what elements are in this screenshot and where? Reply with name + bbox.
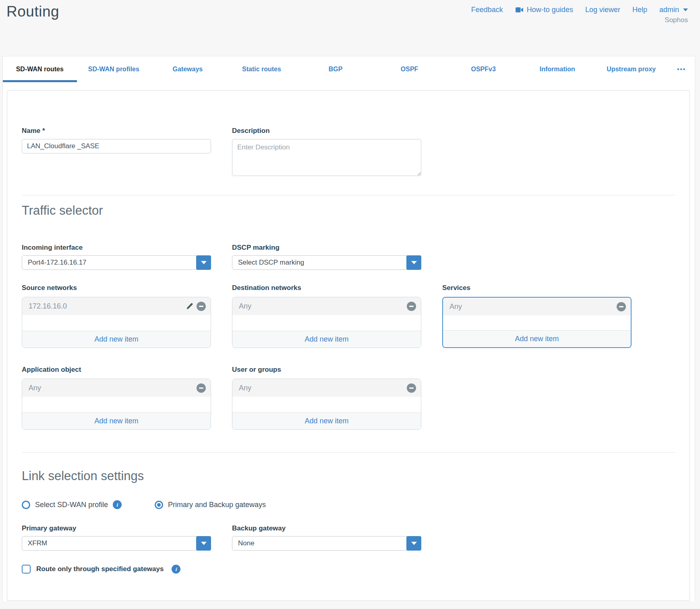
user-or-groups-add-button[interactable]: Add new item: [232, 412, 421, 429]
item-actions: [407, 302, 416, 311]
name-label: Name *: [22, 127, 211, 136]
item-actions: [197, 383, 206, 393]
howto-guides-label: How-to guides: [527, 6, 573, 14]
dscp-marking-dropdown[interactable]: Select DSCP marking: [232, 255, 421, 270]
application-object-add-button[interactable]: Add new item: [22, 412, 211, 429]
info-icon[interactable]: i: [113, 500, 122, 509]
gateways-row: Primary gateway XFRM Backup gateway None: [22, 524, 675, 551]
log-viewer-link[interactable]: Log viewer: [585, 6, 620, 14]
tab-information[interactable]: Information: [520, 56, 594, 82]
link-selection-radio-row: Select SD-WAN profile i Primary and Back…: [22, 500, 675, 509]
destination-network-value: Any: [239, 302, 407, 311]
source-networks-label: Source networks: [22, 284, 211, 293]
remove-icon[interactable]: [197, 302, 206, 311]
tab-upstream-proxy[interactable]: Upstream proxy: [594, 56, 669, 82]
source-networks-add-button[interactable]: Add new item: [22, 331, 211, 348]
route-form-card: Name * Description Traffic selector Inco…: [7, 90, 690, 601]
info-icon[interactable]: i: [172, 565, 180, 574]
edit-icon[interactable]: [186, 302, 193, 310]
networks-row: Source networks 172.16.16.0 Add new item: [22, 284, 675, 348]
backup-gateway-label: Backup gateway: [232, 524, 421, 533]
primary-gateway-dropdown-button[interactable]: [196, 536, 211, 551]
help-link[interactable]: Help: [632, 6, 647, 14]
chevron-down-icon: [201, 542, 207, 545]
section-divider: [22, 452, 675, 453]
admin-menu[interactable]: admin: [659, 6, 688, 14]
list-item: Any: [232, 379, 421, 397]
item-actions: [617, 302, 626, 311]
tab-static-routes[interactable]: Static routes: [225, 56, 299, 82]
incoming-interface-label: Incoming interface: [22, 244, 211, 253]
route-only-label: Route only through specified gateways: [36, 565, 164, 573]
services-value: Any: [449, 302, 617, 311]
traffic-selector-heading: Traffic selector: [22, 203, 675, 218]
name-input[interactable]: [22, 139, 211, 153]
tab-bgp[interactable]: BGP: [298, 56, 373, 82]
name-description-row: Name * Description: [22, 127, 675, 178]
objects-row: Application object Any Add new item User…: [22, 366, 675, 430]
incoming-interface-dropdown-button[interactable]: [196, 255, 211, 270]
user-or-groups-box: Any Add new item: [232, 379, 421, 430]
destination-networks-add-button[interactable]: Add new item: [232, 331, 421, 348]
video-camera-icon: [515, 7, 524, 13]
incoming-interface-value: Port4-172.16.16.17: [22, 259, 87, 267]
primary-gateway-dropdown[interactable]: XFRM: [22, 536, 211, 551]
source-network-value: 172.16.16.0: [29, 302, 186, 311]
item-box-spacer: [22, 397, 211, 412]
page-header: Routing Feedback How-to guides Log viewe…: [0, 0, 700, 56]
services-box: Any Add new item: [442, 297, 632, 348]
list-item: Any: [443, 298, 631, 315]
list-item: Any: [22, 379, 211, 397]
item-box-spacer: [232, 315, 421, 331]
chevron-down-icon: [411, 261, 417, 264]
chevron-down-icon: [683, 8, 688, 11]
primary-backup-radio-label: Primary and Backup gateways: [168, 501, 266, 509]
destination-networks-label: Destination networks: [232, 284, 421, 293]
tab-sdwan-profiles[interactable]: SD-WAN profiles: [77, 56, 151, 82]
services-add-button[interactable]: Add new item: [443, 330, 631, 347]
dscp-marking-label: DSCP marking: [232, 244, 421, 253]
tab-sdwan-routes[interactable]: SD-WAN routes: [3, 56, 77, 82]
tab-ospf[interactable]: OSPF: [373, 56, 447, 82]
tab-gateways[interactable]: Gateways: [151, 56, 225, 82]
brand-label: Sophos: [665, 16, 688, 24]
backup-gateway-dropdown-button[interactable]: [406, 536, 421, 551]
remove-icon[interactable]: [407, 383, 416, 393]
howto-guides-link[interactable]: How-to guides: [515, 6, 573, 14]
description-textarea[interactable]: [232, 139, 421, 176]
remove-icon[interactable]: [197, 383, 206, 393]
remove-icon[interactable]: [407, 302, 416, 311]
sdwan-profile-radio[interactable]: [22, 501, 30, 509]
main-panel: SD-WAN routes SD-WAN profiles Gateways S…: [2, 56, 695, 601]
primary-backup-radio[interactable]: [155, 501, 163, 509]
source-networks-box: 172.16.16.0 Add new item: [22, 297, 211, 348]
dscp-marking-value: Select DSCP marking: [232, 259, 304, 267]
route-only-checkbox[interactable]: [22, 565, 31, 574]
link-selection-heading: Link selection settings: [22, 469, 675, 483]
list-item: Any: [232, 297, 421, 315]
sdwan-profile-radio-label: Select SD-WAN profile: [35, 501, 108, 509]
services-label: Services: [442, 284, 632, 293]
tabs-overflow-button[interactable]: •••: [668, 56, 695, 82]
dscp-marking-dropdown-button[interactable]: [406, 255, 421, 270]
application-object-value: Any: [29, 384, 197, 392]
list-item: 172.16.16.0: [22, 297, 211, 315]
user-or-groups-label: User or groups: [232, 366, 421, 375]
sdwan-profile-radio-group: Select SD-WAN profile i: [22, 500, 155, 509]
tab-bar: SD-WAN routes SD-WAN profiles Gateways S…: [3, 56, 695, 82]
feedback-link[interactable]: Feedback: [471, 6, 503, 14]
primary-gateway-label: Primary gateway: [22, 524, 211, 533]
remove-icon[interactable]: [617, 302, 626, 311]
chevron-down-icon: [411, 542, 417, 545]
application-object-box: Any Add new item: [22, 379, 211, 430]
item-actions: [407, 383, 416, 393]
application-object-label: Application object: [22, 366, 211, 375]
item-actions: [186, 302, 206, 311]
backup-gateway-dropdown[interactable]: None: [232, 536, 421, 551]
backup-gateway-value: None: [232, 539, 255, 547]
interface-row: Incoming interface Port4-172.16.16.17 DS…: [22, 244, 675, 270]
incoming-interface-dropdown[interactable]: Port4-172.16.16.17: [22, 255, 211, 270]
tab-ospfv3[interactable]: OSPFv3: [446, 56, 520, 82]
primary-backup-radio-group: Primary and Backup gateways: [155, 501, 266, 509]
item-box-spacer: [232, 397, 421, 412]
